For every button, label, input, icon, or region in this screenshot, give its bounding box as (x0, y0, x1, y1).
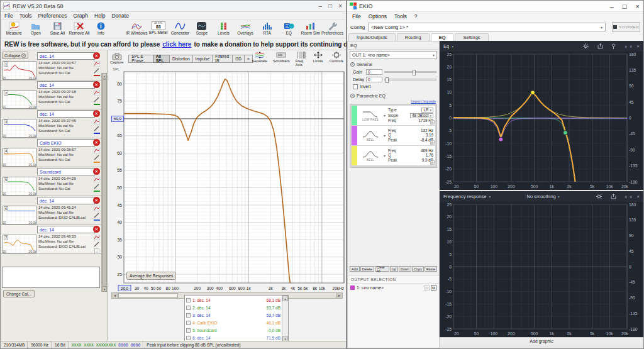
tab-filtered-ir[interactable]: Filtered IR (212, 55, 233, 63)
delete-measurement-icon[interactable]: ✕ (93, 110, 100, 117)
donation-link[interactable]: click here (162, 41, 191, 48)
measurement-item[interactable]: déc. 14 ✕ 2 2020,0k 14 déc. 2020 09:37:1… (1, 80, 101, 109)
measurement-name-input[interactable]: Calib EKIO (37, 139, 95, 147)
frequency-response-chart[interactable]: 2520151050-5-10-15-20-2518013590450-45-9… (440, 202, 643, 337)
measurement-item[interactable]: déc. 14 ✕ 3 2020,0k 14 déc. 2020 09:37:4… (1, 109, 101, 138)
trace-edit-icon[interactable] (94, 213, 100, 218)
preferences-button[interactable]: Preferences (321, 21, 343, 36)
down-button[interactable]: Down (399, 266, 411, 272)
export-icon[interactable] (610, 193, 617, 200)
panel-close-icon[interactable]: × (636, 194, 640, 199)
tab-overflow[interactable]: » (244, 55, 253, 63)
notes-file-icon[interactable] (94, 248, 100, 254)
delete-filter-button[interactable]: Delete (360, 266, 374, 272)
gear-icon[interactable] (596, 193, 602, 200)
ekio-titlebar[interactable]: EKIO – □ × (347, 1, 643, 12)
rew-minimize-button[interactable]: – (319, 3, 323, 9)
rew-maximize-button[interactable]: □ (328, 3, 332, 9)
generator-button[interactable]: Generator (169, 21, 191, 36)
room-sim-button[interactable]: Room Sim (299, 21, 321, 36)
legend-row[interactable]: 2: déc. 1453,7 dB (186, 304, 280, 311)
measurement-item[interactable]: Soundcard ✕ 5 2020,0k 14 déc. 2020 09:44… (1, 167, 101, 196)
menu-donate[interactable]: Donate (112, 13, 129, 19)
eq-button[interactable]: EQ (278, 21, 300, 36)
scroll-left-icon[interactable]: ◂ (112, 293, 118, 298)
scroll-down-icon[interactable]: ▾ (102, 286, 107, 292)
rta-button[interactable]: RTA (256, 21, 278, 36)
menu-tools[interactable]: Tools (19, 13, 32, 19)
bypass-button[interactable]: B (430, 120, 435, 125)
delete-measurement-icon[interactable]: ✕ (93, 168, 100, 175)
panel-close-icon[interactable]: × (636, 43, 640, 49)
trace-edit-icon[interactable] (94, 184, 100, 189)
tab-eq[interactable]: EQ (431, 33, 454, 41)
average-responses-button[interactable]: Average the Responses (126, 272, 176, 280)
gear-icon[interactable] (582, 43, 589, 50)
measurement-notes-box[interactable] (2, 267, 100, 288)
collapse-section-icon[interactable]: ∧ (350, 62, 355, 67)
up-button[interactable]: Up (390, 266, 398, 272)
menu-graph[interactable]: Graph (73, 13, 88, 19)
scroll-right-icon[interactable]: ▸ (336, 293, 342, 298)
capture-button[interactable]: Capture (110, 53, 123, 64)
pin-icon[interactable] (610, 43, 617, 50)
measurement-item-selected[interactable]: déc. 14 ✕ 7 2020,0k 14 déc. 2020 09:48:3… (1, 225, 101, 254)
trace-edit-icon[interactable] (94, 97, 100, 102)
output-item[interactable]: 1: <no name> D M (348, 284, 439, 292)
q-value[interactable]: 3.19 (426, 133, 433, 137)
ir-windows-button[interactable]: IR Windows (126, 21, 148, 36)
legend-checkbox[interactable] (186, 321, 191, 325)
output-select[interactable]: OUT 1: <no name>▾ (350, 51, 437, 59)
menu-file[interactable]: File (4, 13, 13, 19)
collapse-section-icon[interactable]: ∧ (350, 94, 355, 98)
controls-button[interactable]: Controls (330, 51, 343, 67)
scroll-up-icon[interactable]: ▴ (282, 296, 288, 301)
legend-checkbox[interactable] (186, 306, 191, 310)
bypass-button[interactable]: B (430, 140, 435, 145)
measurement-name-input[interactable]: déc. 14 (37, 110, 95, 118)
trace-options-icon[interactable] (94, 177, 100, 182)
measurement-name-input[interactable]: déc. 14 (37, 52, 95, 60)
import-biquads-link[interactable]: Import biquads (348, 99, 439, 103)
legend-checkbox[interactable] (186, 336, 191, 340)
measure-button[interactable]: Measure (3, 21, 25, 36)
smoothing-select[interactable]: No smoothing▾ (526, 194, 559, 199)
menu-options[interactable]: Options (369, 13, 387, 19)
tab-impulse[interactable]: Impulse (192, 55, 213, 63)
legend-checkbox[interactable] (186, 298, 191, 302)
freq-axis-button[interactable]: Freq. Axis (296, 51, 307, 67)
ekio-minimize-button[interactable]: – (610, 3, 614, 10)
config-select[interactable]: <New Config 1> *▾ (368, 23, 606, 31)
menu-tools[interactable]: Tools (394, 13, 407, 19)
spl-chart[interactable]: 8075656055504540353025304050608010020030… (111, 70, 348, 291)
change-cal-button[interactable]: Change Cal... (3, 290, 35, 297)
scroll-up-icon[interactable]: ▴ (102, 73, 107, 79)
save-all-button[interactable]: Save All (47, 21, 69, 36)
legend-row[interactable]: 4: Calib EKIO46,1 dB (186, 319, 280, 326)
delete-measurement-icon[interactable]: ✕ (93, 197, 100, 204)
general-section-header[interactable]: ∧ General (348, 60, 439, 68)
tab-routing[interactable]: Routing (397, 33, 430, 41)
q-value[interactable]: 1.76 (426, 153, 433, 157)
tab-all-spl[interactable]: All SPL (153, 55, 170, 63)
stopped-button[interactable]: STOPPED (612, 22, 640, 32)
delete-measurement-icon[interactable]: ✕ (93, 226, 100, 233)
trace-options-icon[interactable] (94, 119, 100, 125)
legend-scrollbar[interactable]: ▴ ▾ (282, 296, 288, 341)
trace-options-icon[interactable] (94, 148, 100, 153)
copy-button[interactable]: Copy (412, 266, 424, 272)
add-filter-button[interactable]: Add (350, 266, 360, 272)
delete-measurement-icon[interactable]: ✕ (93, 139, 100, 146)
tab-spl-phase[interactable]: SPL & Phase (128, 55, 153, 63)
output-m-button[interactable]: M (431, 285, 436, 291)
measurement-name-input[interactable]: Soundcard (37, 168, 95, 175)
ekio-maximize-button[interactable]: □ (623, 3, 627, 10)
menu-help[interactable]: Help (94, 13, 105, 19)
parametric-section-header[interactable]: ∧ Parametric EQ (348, 92, 439, 99)
filter-card-bell-132[interactable]: BELL ▾ Freq132 Hz Q3.19 Peak-8.4 dB B (352, 126, 435, 145)
measurement-item[interactable]: déc. 14 ✕ 6 2020,0k 14 déc. 2020 09:45:2… (1, 196, 101, 225)
delay-field[interactable]: 0 (366, 77, 382, 82)
gain-slider[interactable] (384, 71, 436, 73)
levels-button[interactable]: Levels (213, 21, 235, 36)
rew-close-button[interactable]: × (338, 3, 342, 9)
